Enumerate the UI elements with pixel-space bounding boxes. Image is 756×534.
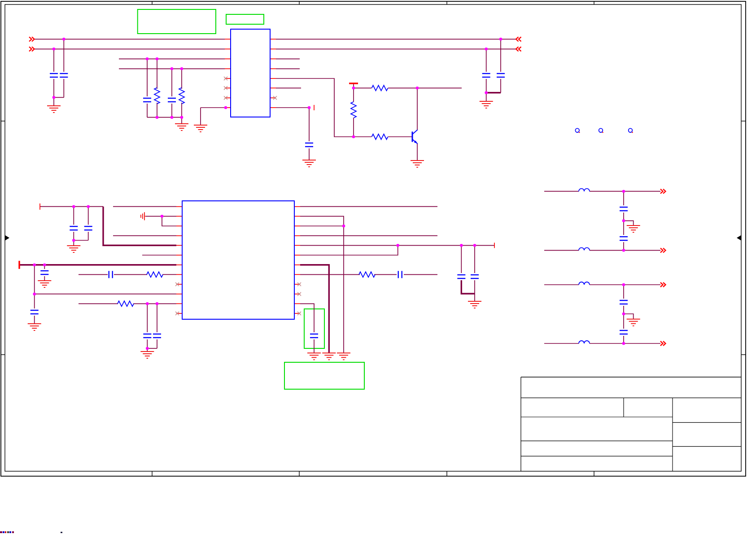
junction-dot — [622, 249, 625, 252]
offpage-connector-chevron[interactable] — [660, 282, 666, 287]
junction-dot — [622, 219, 625, 222]
ground-symbol — [38, 281, 51, 287]
inductor-coil — [579, 282, 590, 285]
capacitor-symbol[interactable] — [305, 143, 313, 147]
offpage-connector-chevron[interactable] — [516, 37, 521, 41]
wire — [300, 304, 314, 332]
capacitor-symbol[interactable] — [50, 74, 58, 77]
resistor-symbol[interactable] — [359, 272, 375, 277]
junction-dot — [161, 215, 164, 218]
offpage-connector-chevron[interactable] — [29, 37, 35, 41]
offpage-connector-chevron[interactable] — [660, 248, 666, 252]
junction-dot — [352, 87, 355, 90]
capacitor-symbol[interactable] — [620, 237, 628, 240]
resistor-symbol[interactable] — [372, 134, 388, 139]
cropped-artifact — [0, 531, 62, 533]
capacitor-symbol[interactable] — [84, 226, 92, 230]
capacitor-symbol[interactable] — [482, 74, 490, 77]
ground-symbol — [302, 160, 316, 167]
resistor-symbol[interactable] — [118, 301, 134, 306]
frame-center-arrow — [5, 235, 9, 241]
resistor-symbol[interactable] — [147, 272, 163, 277]
npn-transistor-symbol[interactable] — [411, 130, 418, 144]
ic-symbol[interactable] — [176, 201, 300, 319]
junction-dot — [342, 225, 345, 228]
resistor-zigzag — [359, 272, 375, 277]
offpage-connector-chevron[interactable] — [29, 47, 35, 51]
inductor-symbol[interactable] — [579, 189, 590, 191]
junction-dot — [156, 302, 159, 305]
artifact-pixel — [12, 531, 14, 533]
capacitor-symbol[interactable] — [620, 330, 628, 334]
chevron-stroke — [29, 47, 32, 51]
capacitor-symbol[interactable] — [497, 74, 505, 77]
chevron-stroke — [519, 37, 521, 41]
offpage-connector-chevron[interactable] — [660, 341, 666, 346]
capacitor-symbol[interactable] — [310, 334, 318, 338]
resistor-zigzag — [147, 272, 163, 277]
artifact-pixel — [5, 531, 6, 533]
resistor-zigzag — [372, 134, 388, 139]
capacitor-symbol[interactable] — [620, 300, 628, 304]
inductor-symbol[interactable] — [579, 282, 590, 285]
chevron-stroke — [660, 189, 663, 194]
capacitor-symbol[interactable] — [31, 310, 39, 314]
ic-body[interactable] — [231, 29, 270, 117]
ground-symbol — [627, 319, 640, 326]
capacitor-symbol[interactable] — [398, 271, 402, 278]
test-point[interactable] — [629, 128, 633, 133]
resistor-symbol[interactable] — [154, 88, 160, 104]
inductor-coil — [579, 341, 590, 343]
offpage-connector-chevron[interactable] — [660, 189, 666, 194]
test-point[interactable] — [575, 128, 580, 133]
junction-dot — [180, 67, 184, 70]
wire — [300, 216, 344, 226]
capacitor-symbol[interactable] — [168, 98, 176, 102]
inductor-symbol[interactable] — [579, 247, 590, 250]
annotation-box[interactable] — [138, 9, 216, 34]
junction-dot — [460, 244, 463, 247]
capacitor-symbol[interactable] — [620, 207, 628, 211]
junction-dot — [170, 116, 174, 119]
ground-symbol — [468, 301, 481, 308]
test-point[interactable] — [599, 128, 603, 133]
artifact-pixel — [0, 531, 2, 533]
artifact-pixel — [9, 531, 11, 533]
chevron-stroke — [519, 47, 521, 51]
resistor-symbol[interactable] — [372, 85, 388, 91]
annotation-box[interactable] — [226, 14, 264, 24]
ground-symbol — [307, 353, 321, 360]
capacitor-symbol[interactable] — [471, 275, 479, 278]
capacitor-symbol[interactable] — [40, 271, 48, 274]
resistor-zigzag — [154, 88, 160, 104]
junction-dot — [146, 347, 149, 350]
junction-dot — [622, 342, 625, 345]
resistor-symbol[interactable] — [351, 102, 356, 118]
capacitor-symbol[interactable] — [143, 98, 151, 102]
ic-body[interactable] — [182, 201, 294, 319]
junction-dot — [156, 57, 159, 61]
capacitor-symbol[interactable] — [60, 74, 68, 77]
frame-inner-border — [5, 4, 741, 471]
inductor-symbol[interactable] — [579, 341, 590, 343]
junction-dot — [52, 48, 56, 51]
junction-dot — [352, 135, 355, 139]
ic-symbol[interactable] — [225, 29, 276, 117]
artifact-pixel — [7, 531, 9, 533]
capacitor-symbol[interactable] — [143, 334, 151, 338]
annotation-box[interactable] — [284, 362, 364, 389]
test-point-circle — [629, 128, 633, 132]
capacitor-symbol[interactable] — [153, 334, 161, 338]
offpage-connector-chevron[interactable] — [516, 47, 521, 51]
ground-symbol — [411, 161, 424, 167]
capacitor-symbol[interactable] — [109, 271, 113, 278]
inductor-coil — [579, 247, 590, 250]
wire — [162, 216, 176, 226]
junction-dot — [43, 263, 46, 266]
capacitor-symbol[interactable] — [70, 226, 78, 230]
junction-dot — [473, 244, 476, 247]
capacitor-symbol[interactable] — [457, 275, 465, 278]
schematic-canvas[interactable] — [0, 0, 756, 534]
junction-dot — [146, 57, 149, 61]
resistor-symbol[interactable] — [179, 88, 184, 104]
